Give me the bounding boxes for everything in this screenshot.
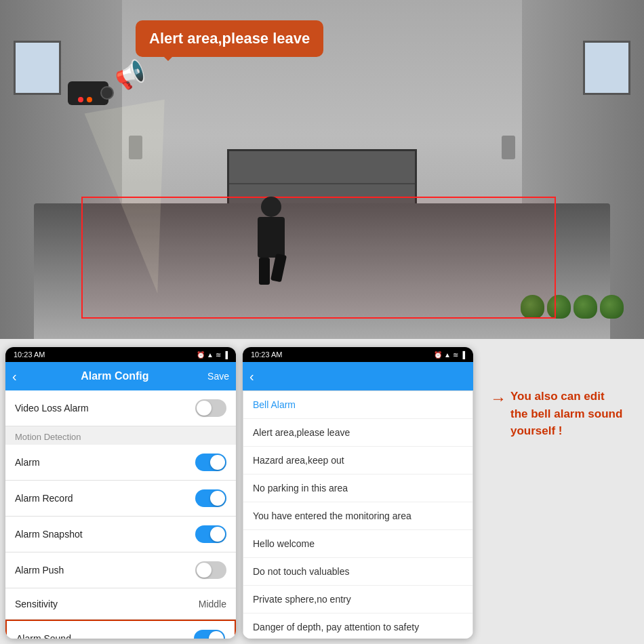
wifi-icon2: ≋ (453, 351, 458, 359)
alarm-row: Alarm (5, 445, 236, 481)
phone2-back-button[interactable]: ‹ (249, 369, 254, 384)
window-left (14, 41, 61, 95)
sensitivity-value: Middle (199, 599, 226, 609)
alarm-snapshot-toggle[interactable] (195, 525, 226, 543)
annotation-area: → You also can edit the bell alarm sound… (480, 347, 639, 447)
phone1-status-icons: ⏰ ▲ ≋ ▐ (197, 351, 228, 359)
window-right (583, 41, 630, 95)
alarm-push-toggle[interactable] (195, 561, 226, 579)
camera-light-red (78, 97, 83, 102)
phone2-content: Video Loss Alarm Motion Alarm Alarm Reco… (243, 390, 473, 639)
wall-lamp-right (502, 136, 515, 159)
wifi-icon: ≋ (216, 351, 221, 359)
phone2-status-bar: 10:23 AM ⏰ ▲ ≋ ▐ (243, 347, 473, 362)
phone1-status-bar: 10:23 AM ⏰ ▲ ≋ ▐ (5, 347, 236, 362)
phone1-nav-title: Alarm Config (22, 370, 207, 382)
phone1-save-button[interactable]: Save (207, 371, 229, 382)
dropdown-item-2[interactable]: Hazard area,keep out (243, 447, 472, 475)
alarm-snapshot-row: Alarm Snapshot (5, 517, 236, 552)
dropdown-item-7[interactable]: Private sphere,no entry (243, 586, 472, 613)
camera-icon (68, 81, 122, 112)
dropdown-item-1[interactable]: Alert area,please leave (243, 419, 472, 447)
sensitivity-row[interactable]: Sensitivity Middle (5, 588, 236, 620)
dropdown-item-3[interactable]: No parking in this area (243, 475, 472, 502)
battery-icon2: ▐ (460, 351, 465, 359)
person-silhouette (258, 197, 285, 285)
toggle-knob (197, 563, 212, 578)
alarm-snapshot-label: Alarm Snapshot (15, 529, 83, 540)
person-head (261, 197, 281, 217)
phone2-status-icons: ⏰ ▲ ≋ ▐ (434, 351, 465, 359)
phone1-time: 10:23 AM (14, 350, 45, 359)
alert-bubble: Alert area,please leave (136, 20, 323, 57)
motion-detection-header: Motion Detection (5, 426, 236, 445)
motion-detection-box (81, 197, 556, 319)
camera-light-orange (87, 97, 92, 102)
dropdown-item-6[interactable]: Do not touch valuables (243, 558, 472, 586)
toggle-knob (210, 491, 225, 506)
clock-icon2: ⏰ (434, 351, 442, 359)
clock-icon: ⏰ (197, 351, 205, 359)
dropdown-item-5[interactable]: Hello welcome (243, 530, 472, 558)
video-loss-alarm-row: Video Loss Alarm (5, 390, 236, 426)
motion-detection-label: Motion Detection (15, 432, 81, 442)
alarm-label: Alarm (15, 457, 40, 468)
camera-lens (100, 86, 114, 100)
phone1: 10:23 AM ⏰ ▲ ≋ ▐ ‹ Alarm Config Save Vid… (5, 347, 236, 639)
camera-body (68, 81, 108, 105)
sensitivity-label: Sensitivity (15, 599, 58, 609)
alarm-record-toggle[interactable] (195, 489, 226, 507)
person-legs (258, 258, 285, 285)
toggle-knob (210, 527, 225, 542)
battery-icon: ▐ (223, 351, 228, 359)
toggle-knob (197, 401, 212, 416)
annotation-line1: You also can edit (510, 390, 605, 403)
annotation-line2: the bell alarm sound (510, 407, 622, 420)
signal-icon: ▲ (207, 351, 214, 359)
video-loss-alarm-label: Video Loss Alarm (15, 403, 89, 414)
dropdown-item-4[interactable]: You have entered the monitoring area (243, 502, 472, 530)
dropdown-item-8[interactable]: Danger of depth, pay attention to safety (243, 613, 472, 639)
phone1-content: Video Loss Alarm Motion Detection Alarm … (5, 390, 236, 639)
annotation-text: You also can edit the bell alarm sound y… (510, 388, 622, 440)
annotation-arrow-icon: → (490, 388, 506, 408)
toggle-knob (210, 455, 225, 470)
person-body (258, 217, 285, 258)
alarm-record-label: Alarm Record (15, 493, 73, 504)
alarm-record-row: Alarm Record (5, 481, 236, 517)
alarm-sound-toggle[interactable] (194, 630, 225, 639)
annotation-line3: yourself ! (510, 424, 563, 437)
phone1-back-button[interactable]: ‹ (12, 369, 17, 384)
video-loss-alarm-toggle[interactable] (195, 399, 226, 417)
phone2-nav-bar: ‹ (243, 362, 473, 390)
alarm-sound-type-dropdown: Bell Alarm Alert area,please leave Hazar… (243, 390, 473, 639)
phone2: 10:23 AM ⏰ ▲ ≋ ▐ ‹ Video Loss Alarm Moti… (243, 347, 473, 639)
toggle-knob (209, 631, 224, 639)
camera-section: Alert area,please leave 📢 (0, 0, 644, 339)
alarm-push-label: Alarm Push (15, 565, 64, 576)
phone2-time: 10:23 AM (251, 350, 282, 359)
phones-section: 10:23 AM ⏰ ▲ ≋ ▐ ‹ Alarm Config Save Vid… (0, 339, 644, 644)
alert-text: Alert area,please leave (149, 30, 310, 47)
alarm-push-row: Alarm Push (5, 552, 236, 588)
alarm-sound-label: Alarm Sound (16, 633, 71, 639)
phone1-nav-bar: ‹ Alarm Config Save (5, 362, 236, 390)
alarm-toggle[interactable] (195, 454, 226, 471)
alarm-sound-row: Alarm Sound (5, 620, 236, 639)
signal-icon2: ▲ (444, 351, 451, 359)
dropdown-item-0[interactable]: Bell Alarm (243, 391, 472, 419)
